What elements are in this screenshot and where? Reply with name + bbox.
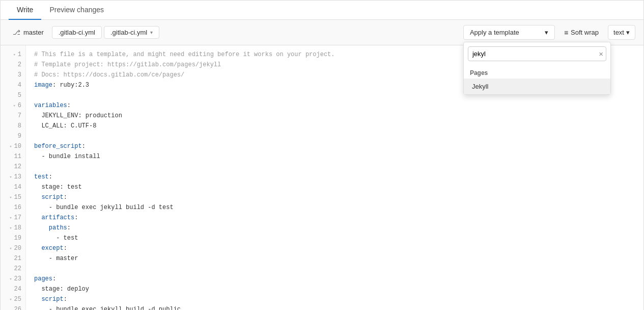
branch-selector[interactable]: ⎇ master xyxy=(9,27,48,38)
line-number: 9 xyxy=(1,131,25,141)
template-search-input[interactable] xyxy=(468,46,606,61)
softwrap-button[interactable]: ≡ Soft wrap xyxy=(559,25,604,40)
apply-template-button[interactable]: Apply a template ▾ xyxy=(463,25,555,40)
code-line: script: xyxy=(34,192,635,202)
collapse-arrow-icon[interactable]: ▾ xyxy=(7,297,12,302)
line-number: 24 xyxy=(1,284,25,294)
line-number: ▾10 xyxy=(1,141,25,151)
code-line: artifacts: xyxy=(34,213,635,223)
collapse-arrow-icon[interactable]: ▾ xyxy=(7,215,12,221)
line-number: 21 xyxy=(1,253,25,264)
line-number: ▾25 xyxy=(1,294,25,304)
code-line: - bundle exec jekyll build -d test xyxy=(34,202,635,213)
tab-write[interactable]: Write xyxy=(9,1,41,20)
collapse-arrow-icon[interactable]: ▾ xyxy=(7,246,12,251)
line-number: 5 xyxy=(1,90,25,100)
code-line: except: xyxy=(34,243,635,253)
line-number: 26 xyxy=(1,304,25,310)
chevron-down-icon: ▾ xyxy=(150,30,153,35)
code-line: variables: xyxy=(34,100,635,111)
line-number: ▾17 xyxy=(1,213,25,223)
file-breadcrumb: .gitlab-ci.yml .gitlab-ci.yml ▾ xyxy=(52,26,160,39)
collapse-arrow-icon[interactable]: ▾ xyxy=(7,195,12,200)
line-number: ▾18 xyxy=(1,223,25,233)
code-line: stage: deploy xyxy=(34,284,635,294)
code-line: paths: xyxy=(34,223,635,233)
template-selector: Apply a template ▾ × Pages Jekyll xyxy=(463,25,555,40)
line-number: ▾23 xyxy=(1,274,25,284)
apply-template-label: Apply a template xyxy=(470,29,519,36)
line-number: 4 xyxy=(1,80,25,90)
tab-bar: Write Preview changes xyxy=(1,1,643,20)
toolbar: ⎇ master .gitlab-ci.yml .gitlab-ci.yml ▾… xyxy=(1,20,643,45)
line-number: 22 xyxy=(1,264,25,274)
code-line xyxy=(34,264,635,274)
line-number: 3 xyxy=(1,70,25,80)
code-line: LC_ALL: C.UTF-8 xyxy=(34,121,635,131)
code-line: JEKYLL_ENV: production xyxy=(34,111,635,121)
softwrap-icon: ≡ xyxy=(564,29,568,37)
line-number: 14 xyxy=(1,182,25,192)
code-line xyxy=(34,162,635,172)
collapse-arrow-icon[interactable]: ▾ xyxy=(7,174,12,180)
collapse-arrow-icon[interactable]: ▾ xyxy=(7,144,12,149)
line-number: 19 xyxy=(1,233,25,243)
text-format-label: text xyxy=(613,29,624,36)
collapse-arrow-icon[interactable]: ▾ xyxy=(11,103,16,109)
code-line xyxy=(34,131,635,141)
code-line: - bundle exec jekyll build -d public xyxy=(34,304,635,310)
file-tab-1[interactable]: .gitlab-ci.yml xyxy=(52,26,102,39)
text-format-chevron-icon: ▾ xyxy=(626,29,630,36)
line-number: ▾15 xyxy=(1,192,25,202)
code-line: pages: xyxy=(34,274,635,284)
tab-preview-changes[interactable]: Preview changes xyxy=(41,1,112,20)
line-number: 2 xyxy=(1,60,25,70)
line-number: 12 xyxy=(1,162,25,172)
text-format-dropdown[interactable]: text ▾ xyxy=(608,25,635,40)
code-line: script: xyxy=(34,294,635,304)
collapse-arrow-icon[interactable]: ▾ xyxy=(11,52,16,58)
file-tab-1-label: .gitlab-ci.yml xyxy=(59,29,95,36)
editor-container: Write Preview changes ⎇ master .gitlab-c… xyxy=(0,0,644,310)
template-chevron-icon: ▾ xyxy=(545,29,548,36)
collapse-arrow-icon[interactable]: ▾ xyxy=(7,276,12,282)
line-number: ▾6 xyxy=(1,100,25,111)
code-line: before_script: xyxy=(34,141,635,151)
branch-icon: ⎇ xyxy=(13,29,20,36)
template-search-container: × xyxy=(464,42,610,65)
code-line: - master xyxy=(34,253,635,264)
line-number: ▾20 xyxy=(1,243,25,253)
line-number: 11 xyxy=(1,151,25,162)
branch-label: master xyxy=(23,29,44,36)
code-line: test: xyxy=(34,172,635,182)
template-group-label: Pages xyxy=(464,65,610,79)
code-line: stage: test xyxy=(34,182,635,192)
template-dropdown: × Pages Jekyll xyxy=(463,42,611,95)
file-tab-2[interactable]: .gitlab-ci.yml ▾ xyxy=(104,26,159,39)
file-tab-2-label: .gitlab-ci.yml xyxy=(110,29,147,36)
template-item-jekyll[interactable]: Jekyll xyxy=(464,79,610,94)
line-number: 8 xyxy=(1,121,25,131)
line-numbers: ▾1 2 3 4 5▾6 7 8 9▾10 11 12▾13 14▾15 16▾… xyxy=(1,45,26,310)
line-number: 16 xyxy=(1,202,25,213)
collapse-arrow-icon[interactable]: ▾ xyxy=(7,225,12,231)
line-number: 7 xyxy=(1,111,25,121)
code-line: - bundle install xyxy=(34,151,635,162)
softwrap-label: Soft wrap xyxy=(571,29,599,36)
line-number: ▾13 xyxy=(1,172,25,182)
line-number: ▾1 xyxy=(1,49,25,60)
template-search-clear-button[interactable]: × xyxy=(599,49,603,58)
code-line: - test xyxy=(34,233,635,243)
